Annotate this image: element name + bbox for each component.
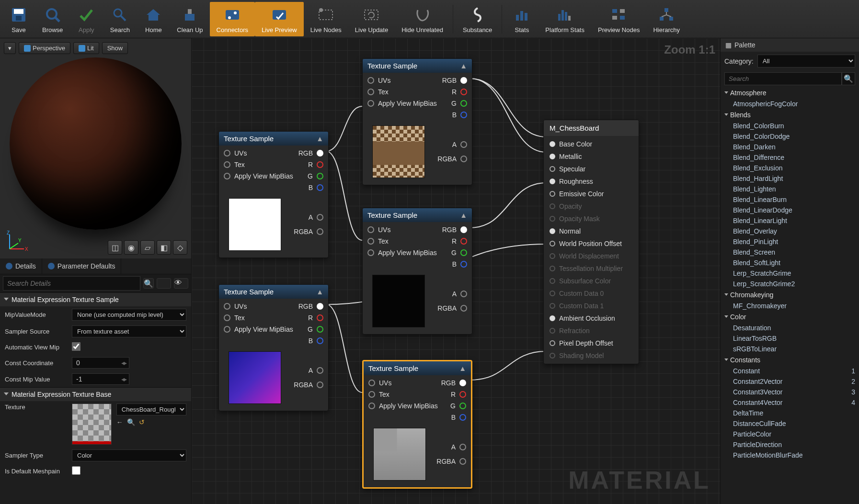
toolbar-substance-button[interactable]: Substance	[456, 2, 499, 36]
category-texture-base[interactable]: Material Expression Texture Base	[0, 387, 191, 401]
collapse-icon[interactable]: ▲	[460, 62, 467, 70]
input-pin[interactable]	[550, 340, 555, 346]
palette-category[interactable]: Blends	[721, 109, 859, 121]
input-pin[interactable]	[550, 303, 555, 309]
output-pin-a[interactable]	[317, 214, 323, 221]
palette-item[interactable]: MF_Chromakeyer	[721, 301, 859, 311]
output-pin-r[interactable]	[460, 89, 467, 95]
input-pin[interactable]	[550, 328, 555, 334]
output-pin-rgba[interactable]	[460, 156, 467, 162]
palette-item[interactable]: Blend_Screen	[721, 247, 859, 258]
node-thumbnail[interactable]	[373, 428, 426, 481]
palette-item[interactable]: sRGBToLinear	[721, 344, 859, 354]
input-pin[interactable]	[550, 141, 555, 147]
palette-item[interactable]: Blend_Lighten	[721, 184, 859, 194]
palette-item[interactable]: ParticleColor	[721, 429, 859, 439]
palette-item[interactable]: Constant3Vector3	[721, 387, 859, 397]
output-pin-a[interactable]	[459, 444, 466, 450]
input-pin[interactable]	[550, 353, 555, 358]
mip-value-mode-select[interactable]: None (use computed mip level)	[72, 309, 186, 321]
palette-item[interactable]: Blend_ColorBurn	[721, 121, 859, 131]
toolbar-apply-button[interactable]: Apply	[69, 2, 103, 36]
output-pin-a[interactable]	[460, 141, 467, 148]
toolbar-live-preview-button[interactable]: Live Preview	[255, 2, 304, 36]
palette-item[interactable]: ParticleDirection	[721, 439, 859, 450]
output-pin-g[interactable]	[317, 173, 323, 179]
node-thumbnail[interactable]	[372, 125, 425, 178]
input-pin[interactable]	[550, 315, 555, 321]
toolbar-clean-up-button[interactable]: Clean Up	[170, 2, 209, 36]
input-pin[interactable]	[367, 100, 374, 107]
palette-item[interactable]: Blend_Difference	[721, 152, 859, 163]
viewport-lit-button[interactable]: Lit	[73, 42, 99, 54]
output-pin-rgb[interactable]	[317, 150, 323, 157]
palette-item[interactable]: Constant1	[721, 366, 859, 376]
toolbar-save-button[interactable]: Save	[2, 2, 35, 36]
node-thumbnail[interactable]	[372, 275, 425, 327]
palette-item[interactable]: Blend_Overlay	[721, 226, 859, 236]
details-panel[interactable]: Material Expression Texture Sample MipVa…	[0, 292, 191, 504]
shape-custom-icon[interactable]: ◇	[173, 240, 187, 255]
input-pin[interactable]	[368, 391, 375, 398]
output-pin-rgb[interactable]	[460, 226, 467, 233]
node-title[interactable]: Texture Sample▲	[363, 59, 472, 73]
texture-sample-node[interactable]: Texture Sample▲UVsRGBTexRApply View MipB…	[362, 360, 472, 489]
toolbar-connectors-button[interactable]: Connectors	[210, 2, 255, 36]
sampler-type-select[interactable]: Color	[72, 449, 186, 461]
output-pin-a[interactable]	[460, 291, 467, 297]
output-pin-rgb[interactable]	[317, 303, 323, 310]
shape-cylinder-icon[interactable]: ◫	[108, 240, 122, 255]
toolbar-stats-button[interactable]: Stats	[505, 2, 538, 36]
input-pin[interactable]	[367, 238, 374, 245]
palette-tab[interactable]: ▦Palette	[721, 38, 859, 52]
output-pin-rgba[interactable]	[459, 458, 466, 465]
toolbar-hierarchy-button[interactable]: Hierarchy	[646, 2, 687, 36]
palette-item[interactable]: Constant2Vector2	[721, 376, 859, 387]
palette-item[interactable]: DistanceCullFade	[721, 418, 859, 429]
output-pin-r[interactable]	[317, 161, 323, 168]
palette-item[interactable]: Blend_LinearDodge	[721, 205, 859, 215]
output-pin-g[interactable]	[317, 326, 323, 333]
input-pin[interactable]	[224, 173, 230, 179]
palette-category-select[interactable]: All	[757, 55, 855, 67]
shape-sphere-icon[interactable]: ◉	[124, 240, 138, 255]
output-pin-b[interactable]	[460, 261, 467, 268]
input-pin[interactable]	[550, 253, 555, 259]
input-pin[interactable]	[224, 314, 230, 321]
reset-icon[interactable]: ↺	[139, 418, 145, 426]
details-search-input[interactable]	[3, 276, 140, 291]
output-pin-a[interactable]	[317, 367, 323, 374]
texture-sample-node[interactable]: Texture Sample▲UVsRGBTexRApply View MipB…	[218, 284, 329, 411]
node-graph[interactable]: Zoom 1:1 MATERIAL Texture Sample▲UVsRGBT…	[192, 38, 720, 504]
palette-item[interactable]: Constant4Vector4	[721, 397, 859, 408]
texture-sample-node[interactable]: Texture Sample▲UVsRGBTexRApply View MipB…	[218, 131, 329, 258]
input-pin[interactable]	[224, 161, 230, 168]
input-pin[interactable]	[368, 403, 375, 409]
toolbar-search-button[interactable]: Search	[103, 2, 137, 36]
sampler-source-select[interactable]: From texture asset	[72, 325, 186, 337]
palette-category[interactable]: Atmosphere	[721, 87, 859, 99]
viewport-show-button[interactable]: Show	[102, 42, 128, 54]
input-pin[interactable]	[367, 226, 374, 233]
auto-view-mip-checkbox[interactable]	[72, 342, 80, 351]
palette-item[interactable]: LinearTosRGB	[721, 333, 859, 344]
output-pin-g[interactable]	[460, 249, 467, 256]
palette-item[interactable]: DeltaTime	[721, 408, 859, 418]
output-pin-b[interactable]	[460, 112, 467, 118]
material-result-node[interactable]: M_ChessBoardBase ColorMetallicSpecularRo…	[543, 120, 639, 364]
shape-plane-icon[interactable]: ▱	[140, 240, 155, 255]
viewport-options-dropdown[interactable]: ▾	[4, 42, 16, 54]
preview-viewport[interactable]: ▾ Perspective Lit Show Z X Y ◫ ◉ ▱ ◧ ◇	[0, 38, 191, 258]
palette-search-input[interactable]	[724, 72, 842, 85]
input-pin[interactable]	[367, 249, 374, 256]
palette-item[interactable]: Blend_LinearLight	[721, 215, 859, 226]
const-coordinate-input[interactable]: 0	[72, 357, 129, 369]
output-pin-r[interactable]	[460, 238, 467, 245]
toolbar-platform-stats-button[interactable]: Platform Stats	[538, 2, 591, 36]
palette-item[interactable]: ParticleMotionBlurFade	[721, 450, 859, 460]
tab-parameter-defaults[interactable]: Parameter Defaults	[42, 258, 122, 274]
node-title[interactable]: Texture Sample▲	[364, 361, 471, 375]
toolbar-preview-nodes-button[interactable]: Preview Nodes	[591, 2, 646, 36]
input-pin[interactable]	[550, 228, 555, 234]
node-thumbnail[interactable]	[229, 198, 281, 251]
